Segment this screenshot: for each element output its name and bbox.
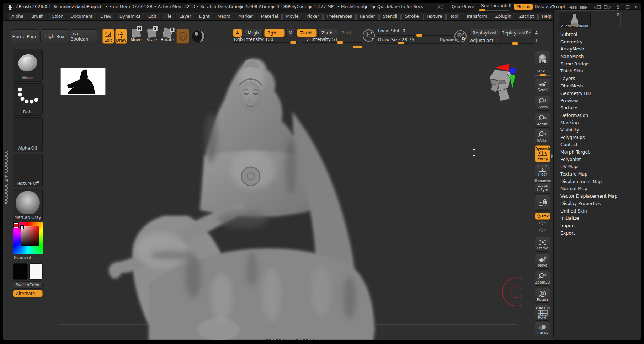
move-gyro-button[interactable]: M Move (129, 29, 143, 43)
section-export[interactable]: Export (554, 230, 641, 237)
shrink-left-icon[interactable]: ◀▮▮ (569, 5, 577, 10)
adjust-last-slider-label[interactable]: AdjustLast 1 (470, 38, 497, 43)
menu-stencil[interactable]: Stencil (379, 13, 401, 20)
menu-help[interactable]: Help (538, 13, 555, 20)
persp-button[interactable]: Dynamic Persp (535, 145, 550, 162)
canvas-hscroll-left[interactable] (266, 339, 284, 340)
mrgb-button[interactable]: Mrgb (244, 29, 263, 37)
zadd-button[interactable]: Zadd (297, 29, 317, 37)
section-preview[interactable]: Preview (554, 97, 641, 104)
saturation-square[interactable] (21, 226, 39, 246)
section-polypaint[interactable]: Polypaint (554, 156, 641, 163)
scroll-button[interactable]: Scroll (535, 79, 550, 93)
rotate-xyz-button[interactable]: XYZ (535, 213, 550, 220)
menu-stroke[interactable]: Stroke (401, 13, 422, 20)
menu-tool[interactable]: Tool (446, 13, 462, 20)
menu-picker[interactable]: Picker (303, 13, 323, 20)
restore-icon[interactable]: ❐ (626, 5, 630, 10)
section-unified-skin[interactable]: Unified Skin (554, 208, 641, 215)
section-visibility[interactable]: Visibility (554, 127, 641, 134)
menu-layer[interactable]: Layer (176, 13, 195, 20)
section-contact[interactable]: Contact (554, 141, 641, 149)
current-texture-button[interactable]: Texture Off (13, 154, 43, 187)
matcap-ball-icon[interactable] (192, 29, 205, 43)
m-button[interactable]: M (286, 29, 295, 37)
current-stroke-button[interactable]: Dots (13, 83, 43, 116)
menu-texture[interactable]: Texture (423, 13, 446, 20)
menus-button[interactable]: Menus (514, 4, 533, 10)
section-subtool[interactable]: Subtool (554, 31, 641, 38)
aahalf-button[interactable]: AAHalf (535, 129, 550, 144)
rotate-y-button[interactable]: Y (535, 221, 550, 225)
zoom3d-button[interactable]: Zoom3D (535, 271, 550, 286)
shrink-right-icon[interactable]: ▮▮▶ (580, 5, 587, 10)
document-thumbnail[interactable] (60, 68, 106, 95)
dock-right-icon[interactable]: ❒▷ (604, 5, 611, 10)
left-edge-scroll-top[interactable] (5, 151, 8, 173)
canvas-hscroll-right[interactable] (296, 339, 314, 340)
section-initialize[interactable]: Initialize (554, 215, 641, 222)
replay-last-button[interactable]: ReplayLast (469, 29, 500, 37)
zsub-button[interactable]: Zsub (318, 29, 338, 37)
menu-preferences[interactable]: Preferences (323, 13, 356, 20)
spix-handle[interactable] (540, 74, 546, 76)
move-3d-button[interactable]: Move (535, 254, 550, 269)
section-displacement-map[interactable]: Displacement Map (554, 178, 641, 186)
home-page-button[interactable]: Home Page (11, 29, 39, 43)
menu-transform[interactable]: Transform (463, 13, 491, 20)
stroke-curve-d-icon[interactable]: D (454, 30, 467, 42)
draw-size-slider-label[interactable]: Draw Size 28.75 (378, 37, 414, 42)
section-import[interactable]: Import (554, 222, 641, 230)
lsym-button[interactable]: L.Sym (535, 182, 550, 194)
section-masking[interactable]: Masking (554, 119, 641, 127)
menu-brush[interactable]: Brush (28, 13, 47, 20)
bpr-button[interactable]: BPR (535, 51, 550, 66)
lightbox-button[interactable]: LightBox (40, 29, 69, 43)
actual-button[interactable]: x1 Actual (535, 113, 550, 128)
a-toggle-button[interactable]: A (233, 29, 242, 37)
section-morph-target[interactable]: Morph Target (554, 149, 641, 156)
active-tool-button[interactable]: ZRemeshedMod (559, 12, 591, 28)
canvas-scroll-arrows[interactable] (286, 339, 295, 340)
z-intensity-slider-label[interactable]: Z Intensity 51 (307, 37, 338, 42)
alternate-button[interactable]: Alternate (13, 290, 43, 297)
menu-alpha[interactable]: Alpha (8, 13, 27, 20)
close-icon[interactable]: ✕ (634, 5, 638, 10)
menu-zplugin[interactable]: Zplugin (492, 13, 515, 20)
polyframe-button[interactable]: Line Fill PolyF (535, 305, 550, 321)
see-through-handle[interactable] (479, 9, 485, 11)
live-boolean-button[interactable]: Live Boolean (70, 29, 97, 43)
menu-edit[interactable]: Edit (145, 13, 160, 20)
section-display-properties[interactable]: Display Properties (554, 200, 641, 208)
section-arraymesh[interactable]: ArrayMesh (554, 45, 641, 53)
menu-color[interactable]: Color (48, 13, 66, 20)
current-material-button[interactable] (176, 29, 189, 44)
zoom-button[interactable]: Zoom (535, 96, 550, 111)
switchcolor-button[interactable]: SwitchColor (13, 281, 43, 289)
draw-size-handle[interactable] (398, 42, 404, 44)
menu-document[interactable]: Document (67, 13, 96, 20)
scale-gyro-button[interactable]: S Scale (145, 29, 158, 43)
rotate-z-button[interactable]: Z (535, 228, 550, 232)
menu-marker[interactable]: Marker (235, 13, 256, 20)
section-polygroups[interactable]: Polygroups (554, 134, 641, 141)
menu-dynamics[interactable]: Dynamics (116, 13, 144, 20)
section-geometry-hd[interactable]: Geometry HD (554, 90, 641, 97)
draw-mode-button[interactable]: Draw (115, 29, 127, 44)
menu-file[interactable]: File (161, 13, 175, 20)
section-surface[interactable]: Surface (554, 104, 641, 112)
focal-shift-handle[interactable] (416, 34, 422, 37)
camera-lock-button[interactable] (535, 195, 550, 211)
menu-macro[interactable]: Macro (214, 13, 234, 20)
gradient-label[interactable]: Gradient (14, 255, 31, 260)
frame-button[interactable]: Frame (535, 237, 550, 252)
minimize-icon[interactable]: ⊻ (617, 5, 620, 10)
section-vector-displacement-map[interactable]: Vector Displacement Map (554, 193, 641, 200)
rgb-intensity-slider[interactable] (233, 42, 298, 43)
adjust-last-slider[interactable] (469, 43, 534, 44)
current-material-swatch[interactable]: MatCap Gray (13, 189, 43, 221)
quicksave-button[interactable]: QuickSave (452, 4, 474, 9)
color-picker[interactable] (13, 222, 43, 254)
current-brush-button[interactable]: Move (13, 49, 43, 82)
section-normal-map[interactable]: Normal Map (554, 185, 641, 193)
